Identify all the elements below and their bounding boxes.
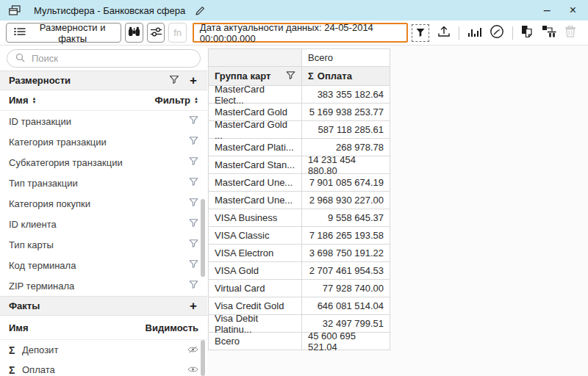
dimension-item[interactable]: Код терминала (0, 255, 207, 275)
toolbar: Размерности и факты fn Дат (0, 21, 588, 46)
dimensions-filter-icon[interactable] (169, 75, 179, 87)
dimension-item[interactable]: ZIP терминала (0, 275, 207, 296)
filter-funnel-icon (416, 26, 425, 40)
card-group-cell[interactable]: MasterCard Stan... (209, 156, 302, 174)
card-group-cell[interactable]: Visa Debit Platinu... (209, 315, 302, 333)
payment-value-cell[interactable]: 77 928 740.00 (302, 280, 390, 297)
chart-button[interactable] (467, 26, 481, 40)
card-group-cell[interactable]: MasterCard Plati... (209, 139, 302, 156)
payment-value-cell[interactable]: 7 901 085 674.19 (302, 174, 390, 192)
pivot-table: Всего Группа карт Σ Оплата (208, 48, 390, 350)
measure-column-header[interactable]: Σ Оплата (302, 67, 390, 86)
row-filter-funnel-icon[interactable] (189, 177, 198, 189)
add-dimension-button[interactable]: + (190, 74, 197, 87)
fn-icon: fn (173, 27, 182, 38)
dimension-label: Тип карты (9, 239, 54, 250)
search-input[interactable] (32, 53, 192, 64)
card-group-cell[interactable]: MasterCard Gold ... (209, 121, 302, 139)
facts-list: Σ Депозит Σ Оплата (0, 340, 207, 376)
fact-item[interactable]: Σ Оплата (0, 360, 207, 376)
card-group-cell[interactable]: MasterCard Elect... (209, 86, 302, 104)
add-fact-button[interactable]: + (190, 300, 197, 312)
dimension-item[interactable]: Субкатегория транзакции (0, 152, 207, 173)
total-column-header[interactable]: Всего (302, 49, 390, 67)
card-group-cell[interactable]: VISA Gold (209, 262, 302, 280)
dimensions-list: ID транзакции Категория транзакции Суб (0, 111, 207, 296)
dimension-label: Тип транзакции (9, 178, 78, 189)
payment-value-cell[interactable]: 3 698 750 191.22 (302, 245, 390, 262)
dimensions-columns-header: Имя▲▼ Фильтр▲▼ (0, 90, 207, 111)
payment-value-cell[interactable]: 2 968 930 227.00 (302, 192, 390, 209)
card-group-cell[interactable]: VISA Classic (209, 227, 302, 245)
eye-slash-icon[interactable] (187, 344, 198, 355)
filter-sort-control[interactable]: Фильтр (155, 95, 191, 106)
dimension-item[interactable]: Тип карты (0, 234, 207, 255)
dimensions-scrollbar-thumb[interactable] (201, 199, 205, 277)
titlebar: Мультисфера - Банковская сфера – × (0, 0, 588, 21)
facts-section-header: Факты + (0, 296, 207, 316)
column-filter-funnel-icon[interactable] (286, 70, 295, 82)
sigma-icon: Σ (9, 344, 22, 356)
payment-value-cell[interactable]: 9 558 645.37 (302, 209, 390, 227)
payment-value-cell[interactable]: 7 186 265 193.58 (302, 227, 390, 245)
card-group-cell[interactable]: VISA Business (209, 209, 302, 227)
payment-value-cell[interactable]: 646 081 514.04 (302, 297, 390, 315)
gauge-button[interactable] (490, 24, 504, 42)
table-row: VISA Electron 3 698 750 191.22 (209, 245, 390, 262)
dimension-label: Код терминала (9, 260, 76, 271)
dimension-item[interactable]: ID транзакции (0, 111, 207, 131)
dimensions-facts-button[interactable]: Размерности и факты (6, 23, 121, 43)
dimension-item[interactable]: Тип транзакции (0, 173, 207, 193)
row-filter-funnel-icon[interactable] (189, 136, 198, 148)
table-row: VISA Classic 7 186 265 193.58 (209, 227, 390, 245)
global-filter-button[interactable] (412, 24, 429, 42)
row-filter-funnel-icon[interactable] (189, 239, 198, 250)
payment-value-cell[interactable]: 14 231 454 880.80 (302, 156, 390, 174)
payment-value-cell[interactable]: 5 169 938 253.77 (302, 104, 390, 121)
card-group-cell[interactable]: VISA Electron (209, 245, 302, 262)
search-binoculars-button[interactable] (125, 23, 143, 43)
sliders-icon (150, 26, 162, 40)
sort-arrows-icon[interactable]: ▲▼ (32, 97, 37, 104)
fact-item[interactable]: Σ Депозит (0, 340, 207, 360)
fact-label: Оплата (22, 364, 55, 375)
table-row: MasterCard Stan... 14 231 454 880.80 (209, 156, 390, 174)
facts-scrollbar-thumb[interactable] (201, 340, 205, 376)
dimension-item[interactable]: Категория покупки (0, 193, 207, 214)
payment-value-cell[interactable]: 587 118 285.61 (302, 121, 390, 139)
settings-sliders-button[interactable] (147, 23, 165, 43)
row-filter-funnel-icon[interactable] (189, 156, 198, 168)
copy-button[interactable] (521, 25, 534, 41)
name-sort-control[interactable]: Имя (9, 95, 29, 106)
row-filter-funnel-icon[interactable] (189, 280, 198, 292)
card-group-cell[interactable]: MasterCard Une... (209, 192, 302, 209)
dimension-item[interactable]: Категория транзакции (0, 131, 207, 152)
corner-cell (209, 49, 302, 67)
rename-pencil-icon[interactable] (196, 6, 205, 15)
card-group-cell[interactable]: Всего (209, 333, 302, 350)
dimension-item[interactable]: ID клиента (0, 214, 207, 234)
payment-value-cell[interactable]: 45 600 695 521.04 (302, 333, 390, 350)
card-group-cell[interactable]: MasterCard Une... (209, 174, 302, 192)
payment-value-cell[interactable]: 2 707 461 954.53 (302, 262, 390, 280)
row-filter-funnel-icon[interactable] (189, 218, 198, 230)
data-actuality-date: Дата актуальности данных: 24-05-2014 00:… (193, 23, 408, 43)
close-button[interactable]: × (570, 4, 576, 16)
dimension-label: ID транзакции (9, 116, 71, 127)
dimension-label: Категория транзакции (9, 137, 107, 148)
table-row: VISA Business 9 558 645.37 (209, 209, 390, 227)
function-button: fn (168, 23, 187, 43)
eye-icon[interactable] (187, 364, 198, 375)
minimize-button[interactable]: – (544, 4, 551, 16)
payment-value-cell[interactable]: 383 355 182.64 (302, 86, 390, 104)
table-row: MasterCard Gold ... 587 118 285.61 (209, 121, 390, 139)
window-title: Мультисфера - Банковская сфера (34, 5, 185, 16)
row-filter-funnel-icon[interactable] (189, 115, 198, 127)
table-row: VISA Gold 2 707 461 954.53 (209, 262, 390, 280)
layout-button[interactable] (542, 25, 556, 40)
row-filter-funnel-icon[interactable] (189, 198, 198, 209)
row-filter-funnel-icon[interactable] (189, 259, 198, 271)
sort-arrows-icon[interactable]: ▲▼ (194, 97, 198, 104)
export-button[interactable] (437, 26, 451, 40)
card-group-cell[interactable]: Virtual Card (209, 280, 302, 297)
